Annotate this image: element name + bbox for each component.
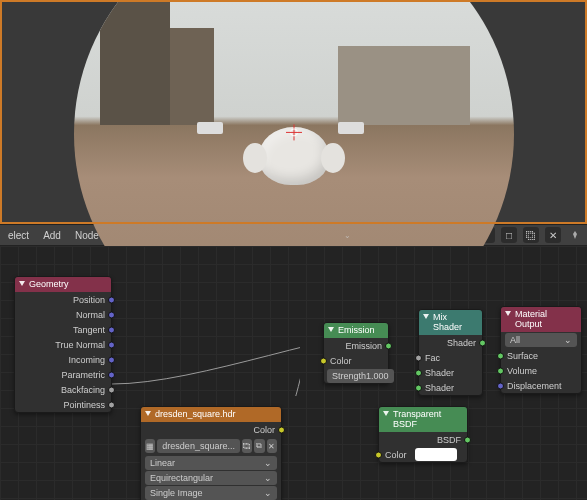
chevron-down-icon: ⌄ (344, 231, 351, 240)
vehicle (338, 122, 364, 134)
projection-dropdown[interactable]: Equirectangular⌄ (145, 471, 277, 485)
node-mix-shader[interactable]: Mix Shader Shader Fac Shader Shader (418, 309, 483, 396)
node-geometry[interactable]: Geometry Position Normal Tangent True No… (14, 276, 112, 413)
image-browse-icon[interactable]: ▦ (145, 439, 155, 453)
socket-bsdf-out[interactable]: BSDF (379, 432, 467, 447)
socket-shader-out[interactable]: Shader (419, 335, 482, 350)
socket-fac-in[interactable]: Fac (419, 350, 482, 365)
building (338, 46, 470, 125)
socket-parametric[interactable]: Parametric (15, 367, 111, 382)
socket-tangent[interactable]: Tangent (15, 322, 111, 337)
image-datablock-row: ▦ dresden_square... ⿻ ⧉ ✕ (141, 437, 281, 455)
socket-position[interactable]: Position (15, 292, 111, 307)
socket-normal[interactable]: Normal (15, 307, 111, 322)
node-environment-texture[interactable]: dresden_square.hdr Color ▦ dresden_squar… (140, 406, 282, 500)
socket-shader2-in[interactable]: Shader (419, 380, 482, 395)
collapse-icon (505, 311, 511, 316)
node-header[interactable]: Geometry (15, 277, 111, 292)
unlink-icon[interactable]: ✕ (545, 227, 561, 243)
building (100, 0, 170, 125)
node-emission[interactable]: Emission Emission Color Strength1.000 (323, 322, 389, 384)
source-dropdown[interactable]: Single Image⌄ (145, 486, 277, 500)
vehicle (197, 122, 223, 134)
socket-emission-out[interactable]: Emission (324, 338, 388, 353)
collapse-icon (328, 327, 334, 332)
pin-icon[interactable] (567, 227, 583, 243)
node-header[interactable]: Transparent BSDF (379, 407, 467, 432)
socket-color-in[interactable]: Color (379, 447, 467, 462)
collapse-icon (383, 411, 389, 416)
open-image-icon[interactable]: ⧉ (254, 439, 264, 453)
socket-shader1-in[interactable]: Shader (419, 365, 482, 380)
target-dropdown[interactable]: All⌄ (505, 333, 577, 347)
socket-surface-in[interactable]: Surface (501, 348, 581, 363)
socket-color-out[interactable]: Color (141, 422, 281, 437)
socket-backfacing[interactable]: Backfacing (15, 382, 111, 397)
node-header[interactable]: Emission (324, 323, 388, 338)
socket-color-in[interactable]: Color (324, 353, 388, 368)
unlink-image-icon[interactable]: ✕ (267, 439, 277, 453)
image-name-field[interactable]: dresden_square... (157, 439, 240, 453)
new-material-icon[interactable]: □ (501, 227, 517, 243)
copy-material-icon[interactable]: ⿻ (523, 227, 539, 243)
menu-add[interactable]: Add (39, 228, 65, 243)
node-header[interactable]: Material Output (501, 307, 581, 332)
node-transparent-bsdf[interactable]: Transparent BSDF BSDF Color (378, 406, 468, 463)
socket-volume-in[interactable]: Volume (501, 363, 581, 378)
menu-select[interactable]: elect (4, 228, 33, 243)
node-editor[interactable]: Geometry Position Normal Tangent True No… (0, 246, 587, 500)
building (170, 28, 214, 125)
color-swatch[interactable] (415, 448, 457, 461)
collapse-icon (19, 281, 25, 286)
collapse-icon (423, 314, 429, 319)
strength-field[interactable]: Strength1.000 (327, 369, 394, 383)
node-header[interactable]: Mix Shader (419, 310, 482, 335)
node-material-output[interactable]: Material Output All⌄ Surface Volume Disp… (500, 306, 582, 394)
socket-pointiness[interactable]: Pointiness (15, 397, 111, 412)
interpolation-dropdown[interactable]: Linear⌄ (145, 456, 277, 470)
viewport-3d[interactable] (0, 0, 587, 224)
node-header[interactable]: dresden_square.hdr (141, 407, 281, 422)
collapse-icon (145, 411, 151, 416)
cursor-3d-icon (286, 124, 302, 140)
socket-displacement-in[interactable]: Displacement (501, 378, 581, 393)
socket-incoming[interactable]: Incoming (15, 352, 111, 367)
users-icon[interactable]: ⿻ (242, 439, 252, 453)
socket-true-normal[interactable]: True Normal (15, 337, 111, 352)
